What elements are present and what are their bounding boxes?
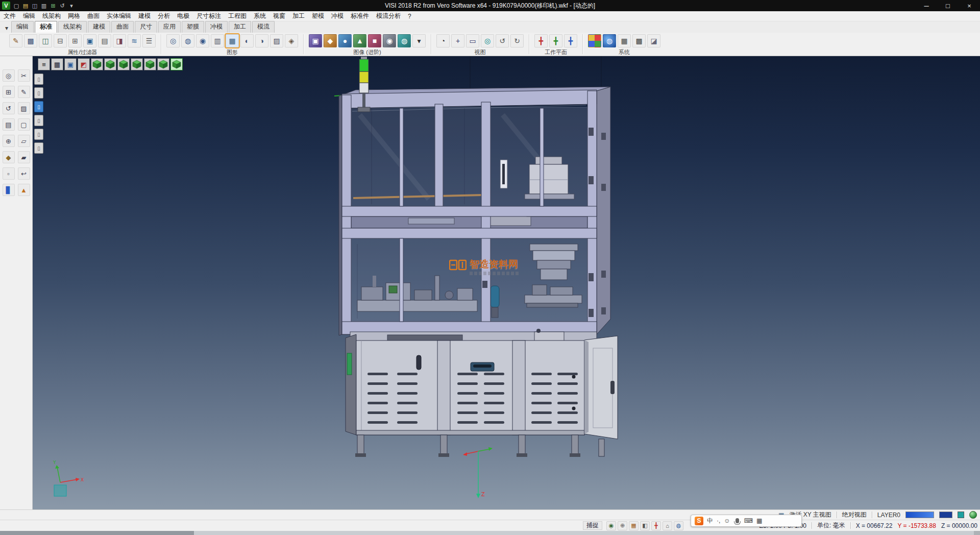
ribbon-tool-icon[interactable]: ▣ xyxy=(83,34,96,47)
color-chip[interactable] xyxy=(958,512,964,518)
ribbon-tool-icon[interactable]: + xyxy=(451,34,464,47)
minimize-button[interactable]: ─ xyxy=(916,0,937,11)
current-color-swatch[interactable] xyxy=(905,512,934,518)
left-tool-icon[interactable]: ▫ xyxy=(3,167,15,180)
left-tool-icon[interactable]: ▱ xyxy=(18,135,30,147)
clipboard-mini-button[interactable]: ▯ xyxy=(34,87,43,99)
ribbon-tool-icon[interactable]: ■ xyxy=(368,34,381,47)
ribbon-tool-icon[interactable]: ● xyxy=(338,34,352,47)
close-button[interactable]: × xyxy=(959,0,980,11)
ribbon-tool-icon[interactable]: ▩ xyxy=(632,34,646,47)
ribbon-tool-icon[interactable]: ◎ xyxy=(481,34,494,47)
keyboard-icon[interactable]: ⌨ xyxy=(744,517,753,524)
ribbon-tab[interactable]: 编辑 xyxy=(11,21,34,33)
ribbon-tab[interactable]: 模流 xyxy=(252,21,275,33)
status-icon[interactable]: ▦ xyxy=(629,521,639,530)
iso-view-cube-button[interactable] xyxy=(104,58,116,70)
menu-item[interactable]: 文件 xyxy=(0,12,19,20)
menu-item[interactable]: 标准件 xyxy=(347,12,373,20)
ribbon-tool-icon[interactable]: ▾ xyxy=(412,34,426,47)
view-tool-button[interactable]: ◩ xyxy=(78,58,90,70)
ribbon-tool-icon[interactable]: ╋ xyxy=(534,34,548,47)
titlebar-quick-icon[interactable]: ▤ xyxy=(21,3,30,9)
left-tool-icon[interactable]: ▢ xyxy=(18,118,30,131)
left-tool-icon[interactable]: ▊ xyxy=(3,184,15,196)
ribbon-tab[interactable]: 塑膜 xyxy=(182,21,204,33)
menu-item[interactable]: 实体编辑 xyxy=(103,12,135,20)
titlebar-quick-icon[interactable]: ▥ xyxy=(39,3,48,9)
ribbon-tool-icon[interactable]: ◍ xyxy=(181,34,194,47)
clipboard-mini-button[interactable]: ▯ xyxy=(34,129,43,140)
view-tool-button[interactable]: ▣ xyxy=(64,58,77,70)
menu-item[interactable]: 网格 xyxy=(64,12,84,20)
titlebar-quick-icon[interactable]: ▾ xyxy=(67,3,76,9)
clipboard-mini-button[interactable]: ▯ xyxy=(34,101,43,112)
iso-view-cube-button[interactable] xyxy=(157,58,169,70)
sogou-logo-icon[interactable]: S xyxy=(695,517,703,525)
scrollbar-thumb[interactable] xyxy=(0,531,194,535)
view-mode-status[interactable]: 绝对视图 xyxy=(842,510,867,519)
ribbon-tool-icon[interactable]: ◆ xyxy=(324,34,337,47)
ribbon-tool-icon[interactable]: ☰ xyxy=(142,34,156,47)
left-tool-icon[interactable]: ▲ xyxy=(18,184,30,196)
ribbon-tab[interactable]: 标准 xyxy=(35,21,57,33)
scrollbar-end[interactable] xyxy=(974,531,980,535)
status-icon[interactable]: ◉ xyxy=(606,521,616,530)
iso-view-cube-button[interactable] xyxy=(91,58,103,70)
toolbox-icon[interactable]: ▦ xyxy=(756,517,762,524)
ribbon-tab[interactable]: 冲模 xyxy=(205,21,228,33)
status-icon[interactable]: ◧ xyxy=(640,521,650,530)
iso-view-cube-button[interactable] xyxy=(131,58,143,70)
viewport-scene[interactable]: Z X Y xyxy=(33,56,980,509)
left-tool-icon[interactable]: ↩ xyxy=(18,167,30,180)
render-sphere-icon[interactable] xyxy=(969,511,977,519)
menu-item[interactable]: 线架构 xyxy=(39,12,64,20)
ribbon-tab[interactable]: 线架构 xyxy=(58,21,87,33)
status-icon[interactable]: ⊕ xyxy=(618,521,627,530)
left-tool-icon[interactable]: ▤ xyxy=(3,118,15,131)
left-tool-icon[interactable]: ◎ xyxy=(3,69,15,82)
menu-item[interactable]: ? xyxy=(404,13,415,20)
ribbon-tool-icon[interactable]: ⊞ xyxy=(68,34,82,47)
ribbon-tool-icon[interactable]: ◔ xyxy=(436,34,450,47)
iso-view-cube-button[interactable] xyxy=(117,58,130,70)
ime-lang-toggle[interactable]: 中 xyxy=(707,517,713,525)
menu-item[interactable]: 电极 xyxy=(174,12,193,20)
ribbon-tool-icon[interactable]: ▣ xyxy=(309,34,322,47)
ribbon-tool-icon[interactable]: ≋ xyxy=(128,34,141,47)
ime-punctuation-toggle[interactable]: ·, xyxy=(717,517,720,524)
emoji-icon[interactable]: ☺ xyxy=(724,517,730,524)
status-icon[interactable]: ◍ xyxy=(674,521,683,530)
ribbon-tool-icon[interactable]: ╋ xyxy=(564,34,577,47)
titlebar-quick-icon[interactable]: ◫ xyxy=(30,3,39,9)
menu-item[interactable]: 系统 xyxy=(250,12,270,20)
menu-item[interactable]: 冲模 xyxy=(328,12,347,20)
ribbon-tool-icon[interactable]: ▩ xyxy=(24,34,37,47)
left-tool-icon[interactable]: ▨ xyxy=(18,102,30,114)
menu-item[interactable]: 编辑 xyxy=(19,12,39,20)
left-tool-icon[interactable]: ↺ xyxy=(3,102,15,114)
menu-item[interactable]: 工程图 xyxy=(225,12,250,20)
menu-item[interactable]: 曲面 xyxy=(84,12,103,20)
ribbon-tool-icon[interactable]: ▦ xyxy=(226,34,239,47)
ribbon-tool-icon[interactable]: ↺ xyxy=(496,34,509,47)
ribbon-tool-icon[interactable]: ▤ xyxy=(98,34,111,47)
maximize-button[interactable]: □ xyxy=(937,0,959,11)
tab-dropdown-caret-icon[interactable]: ▾ xyxy=(2,25,11,33)
left-tool-icon[interactable]: ✎ xyxy=(18,86,30,98)
ribbon-tool-icon[interactable]: ✎ xyxy=(9,34,22,47)
ribbon-tool-icon[interactable]: ╋ xyxy=(549,34,562,47)
ribbon-tab[interactable]: 应用 xyxy=(158,21,181,33)
left-tool-icon[interactable]: ✂ xyxy=(18,69,30,82)
status-icon[interactable]: ⌂ xyxy=(663,521,672,530)
viewport-3d[interactable]: ≡▦▣◩ ▯▯▯▯▯▯ xyxy=(33,56,980,509)
ribbon-tab[interactable]: 加工 xyxy=(229,21,251,33)
menu-item[interactable]: 建模 xyxy=(135,12,154,20)
clipboard-mini-button[interactable]: ▯ xyxy=(34,142,43,154)
ribbon-tool-icon[interactable]: ◍ xyxy=(603,34,616,47)
ribbon-tool-icon[interactable]: ◐ xyxy=(240,34,254,47)
ribbon-tool-icon[interactable]: ◈ xyxy=(285,34,298,47)
ribbon-tool-icon[interactable]: ◫ xyxy=(39,34,52,47)
ribbon-tool-icon[interactable]: ◪ xyxy=(647,34,660,47)
left-tool-icon[interactable]: ⊞ xyxy=(3,86,15,98)
